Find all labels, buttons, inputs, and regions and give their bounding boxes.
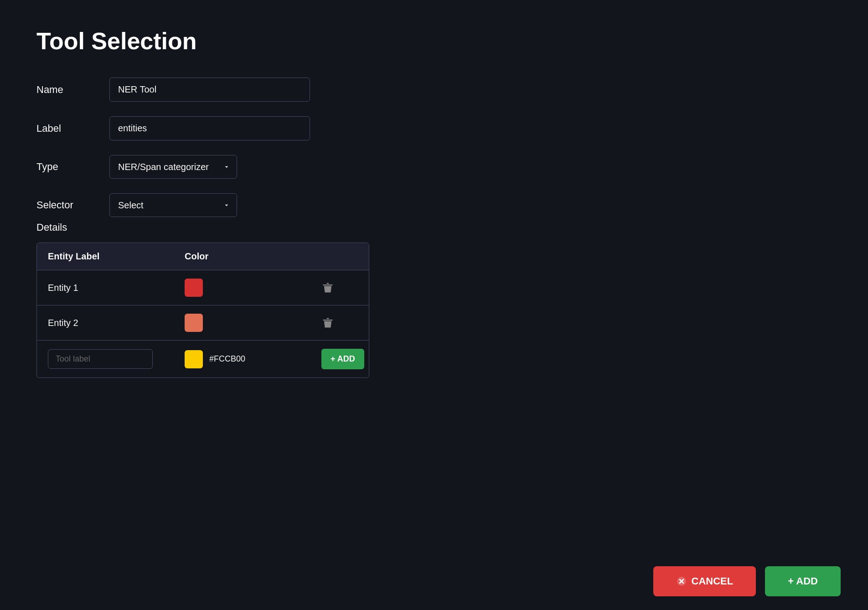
table-header: Entity Label Color <box>37 243 369 270</box>
add-entity-row: #FCCB00 + ADD <box>37 341 369 377</box>
color-add-section: #FCCB00 <box>185 350 245 368</box>
name-row: Name <box>36 78 319 102</box>
page-title: Tool Selection <box>36 27 832 55</box>
new-color-cell: #FCCB00 <box>185 350 321 368</box>
name-input[interactable] <box>109 78 310 102</box>
entity-2-color-cell <box>185 314 321 332</box>
entity-2-label: Entity 2 <box>48 318 185 328</box>
header-color: Color <box>185 251 321 262</box>
type-label: Type <box>36 161 91 173</box>
tool-label-input[interactable] <box>48 349 153 369</box>
form-section: Name Label Type NER/Span categorizer Tex… <box>36 78 319 217</box>
color-hex-display: #FCCB00 <box>209 354 245 364</box>
new-label-cell <box>48 349 185 369</box>
trash-icon <box>321 281 334 294</box>
add-entity-button[interactable]: + ADD <box>321 349 364 369</box>
name-label: Name <box>36 84 91 96</box>
type-row: Type NER/Span categorizer Text Classific… <box>36 155 319 179</box>
cancel-button[interactable]: CANCEL <box>653 566 756 596</box>
selector-label: Selector <box>36 199 91 211</box>
label-row: Label <box>36 116 319 140</box>
entity-1-color-cell <box>185 279 321 297</box>
table-row: Entity 2 <box>37 305 369 341</box>
details-table: Entity Label Color Entity 1 Entity 2 <box>36 243 369 378</box>
table-row: Entity 1 <box>37 270 369 305</box>
selector-select[interactable]: Select Token Span <box>109 193 237 217</box>
entity-2-color-swatch[interactable] <box>185 314 203 332</box>
cancel-icon <box>676 576 687 587</box>
add-label: + ADD <box>788 575 818 587</box>
bottom-bar: CANCEL + ADD <box>626 553 868 610</box>
add-button[interactable]: + ADD <box>765 566 841 596</box>
entity-1-actions <box>321 281 358 294</box>
details-section: Details Entity Label Color Entity 1 Enti… <box>36 222 832 378</box>
new-color-swatch[interactable] <box>185 350 203 368</box>
label-label: Label <box>36 123 91 134</box>
cancel-label: CANCEL <box>692 575 734 587</box>
entity-1-color-swatch[interactable] <box>185 279 203 297</box>
details-label: Details <box>36 222 832 233</box>
trash-icon <box>321 316 334 329</box>
add-button-cell: + ADD <box>321 349 358 369</box>
label-input[interactable] <box>109 116 310 140</box>
header-entity-label: Entity Label <box>48 251 185 262</box>
entity-2-delete-button[interactable] <box>321 316 334 329</box>
selector-row: Selector Select Token Span <box>36 193 319 217</box>
type-select[interactable]: NER/Span categorizer Text Classification… <box>109 155 237 179</box>
entity-1-label: Entity 1 <box>48 283 185 293</box>
header-actions <box>321 251 358 262</box>
entity-1-delete-button[interactable] <box>321 281 334 294</box>
entity-2-actions <box>321 316 358 329</box>
